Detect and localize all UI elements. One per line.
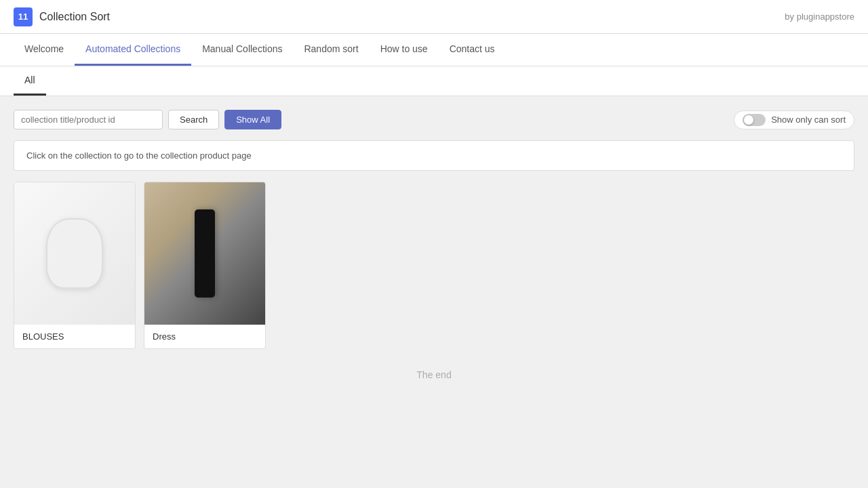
- show-all-button[interactable]: Show All: [224, 110, 281, 129]
- show-only-can-sort-toggle[interactable]: [743, 114, 766, 126]
- collection-card-blouses[interactable]: BLOUSES: [14, 182, 136, 349]
- header-left: 11 Collection Sort: [14, 7, 110, 26]
- collection-name-blouses: BLOUSES: [14, 325, 135, 348]
- main-content: Search Show All Show only can sort Click…: [0, 96, 868, 488]
- nav-item-manual[interactable]: Manual Collections: [191, 34, 293, 66]
- app-title: Collection Sort: [39, 11, 110, 23]
- app-logo: 11: [14, 7, 33, 26]
- subtab-bar: All: [0, 66, 868, 96]
- toggle-label: Show only can sort: [771, 115, 846, 125]
- end-text: The end: [14, 369, 854, 394]
- main-navbar: Welcome Automated Collections Manual Col…: [0, 34, 868, 66]
- collection-card-dress[interactable]: Dress: [144, 182, 266, 349]
- nav-item-random[interactable]: Random sort: [293, 34, 369, 66]
- collections-grid: BLOUSES Dress: [14, 182, 854, 349]
- collection-image-blouses: [14, 182, 135, 325]
- search-bar: Search Show All Show only can sort: [14, 110, 854, 129]
- nav-item-how-to-use[interactable]: How to use: [370, 34, 439, 66]
- nav-item-welcome[interactable]: Welcome: [14, 34, 75, 66]
- info-message: Click on the collection to go to the col…: [26, 150, 252, 161]
- toggle-thumb: [744, 115, 753, 125]
- header-by-text: by pluginappstore: [785, 12, 854, 22]
- search-bar-right: Show only can sort: [734, 110, 854, 129]
- app-header: 11 Collection Sort by pluginappstore: [0, 0, 868, 34]
- info-box: Click on the collection to go to the col…: [14, 140, 854, 171]
- toggle-container[interactable]: Show only can sort: [734, 110, 854, 129]
- nav-item-automated[interactable]: Automated Collections: [75, 34, 191, 66]
- nav-item-contact-us[interactable]: Contact us: [439, 34, 506, 66]
- subtab-all[interactable]: All: [14, 66, 46, 96]
- search-input[interactable]: [14, 110, 163, 129]
- collection-image-dress: [144, 182, 265, 325]
- search-button[interactable]: Search: [168, 110, 219, 129]
- collection-name-dress: Dress: [144, 325, 265, 348]
